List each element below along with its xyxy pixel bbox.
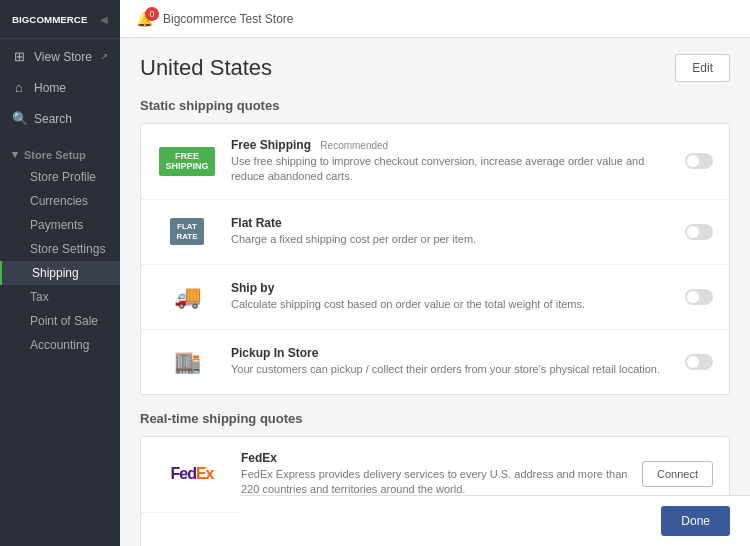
sidebar-item-label: Search bbox=[34, 112, 72, 126]
pickup-icon: 🏬 bbox=[174, 349, 201, 375]
done-button[interactable]: Done bbox=[661, 506, 730, 536]
topbar: 🔔 0 Bigcommerce Test Store bbox=[120, 0, 750, 38]
sidebar-item-payments[interactable]: Payments bbox=[0, 213, 120, 237]
main-content: 🔔 0 Bigcommerce Test Store United States… bbox=[120, 0, 750, 546]
ship-by-toggle[interactable] bbox=[685, 289, 713, 305]
free-shipping-name: Free Shipping Recommended bbox=[231, 138, 671, 152]
free-shipping-toggle[interactable] bbox=[685, 153, 713, 169]
realtime-section-title: Real-time shipping quotes bbox=[140, 411, 730, 426]
external-link-icon: ↗ bbox=[100, 51, 108, 62]
static-quotes-card: FREESHIPPING Free Shipping Recommended U… bbox=[140, 123, 730, 395]
content-area: United States Edit Static shipping quote… bbox=[120, 38, 750, 546]
free-shipping-logo-text: FREESHIPPING bbox=[159, 147, 214, 177]
sidebar-item-search[interactable]: 🔍 Search bbox=[0, 103, 120, 134]
sidebar-logo: BIGCOMMERCE ◀ bbox=[0, 0, 120, 39]
static-section-title: Static shipping quotes bbox=[140, 98, 730, 113]
pickup-name: Pickup In Store bbox=[231, 346, 671, 360]
search-icon: 🔍 bbox=[12, 111, 26, 126]
flat-rate-desc: Charge a fixed shipping cost per order o… bbox=[231, 232, 671, 247]
sidebar-collapse-icon[interactable]: ◀ bbox=[100, 14, 108, 25]
flat-rate-toggle[interactable] bbox=[685, 224, 713, 240]
sidebar-item-label: Home bbox=[34, 81, 66, 95]
ship-by-name: Ship by bbox=[231, 281, 671, 295]
sidebar-item-accounting[interactable]: Accounting bbox=[0, 333, 120, 357]
sidebar-item-home[interactable]: ⌂ Home bbox=[0, 72, 120, 103]
section-label: Store Setup bbox=[24, 149, 86, 161]
recommended-badge: Recommended bbox=[320, 140, 388, 151]
store-name: Bigcommerce Test Store bbox=[163, 12, 294, 26]
pickup-logo: 🏬 bbox=[157, 344, 217, 380]
ship-by-row: 🚚 Ship by Calculate shipping cost based … bbox=[141, 265, 729, 330]
sidebar-item-store-profile[interactable]: Store Profile bbox=[0, 165, 120, 189]
sidebar-item-shipping[interactable]: Shipping bbox=[0, 261, 120, 285]
fedex-logo: FedEx bbox=[170, 465, 213, 483]
fedex-name: FedEx bbox=[241, 451, 628, 465]
fedex-connect-button[interactable]: Connect bbox=[642, 461, 713, 487]
sidebar-item-point-of-sale[interactable]: Point of Sale bbox=[0, 309, 120, 333]
free-shipping-desc: Use free shipping to improve checkout co… bbox=[231, 154, 671, 185]
ship-by-desc: Calculate shipping cost based on order v… bbox=[231, 297, 671, 312]
chevron-icon: ▾ bbox=[12, 148, 18, 161]
fedex-info: FedEx FedEx Express provides delivery se… bbox=[241, 451, 628, 498]
sidebar: BIGCOMMERCE ◀ ⊞ View Store ↗ ⌂ Home 🔍 Se… bbox=[0, 0, 120, 546]
sidebar-item-view-store[interactable]: ⊞ View Store ↗ bbox=[0, 41, 120, 72]
notification-badge: 0 bbox=[145, 7, 159, 21]
edit-button[interactable]: Edit bbox=[675, 54, 730, 82]
flat-rate-row: FLATRATE Flat Rate Charge a fixed shippi… bbox=[141, 200, 729, 265]
page-title: United States bbox=[140, 55, 272, 81]
ups-logo-wrap: UPS bbox=[157, 540, 227, 546]
pickup-desc: Your customers can pickup / collect thei… bbox=[231, 362, 671, 377]
toggle-switch[interactable] bbox=[685, 153, 713, 169]
flat-rate-info: Flat Rate Charge a fixed shipping cost p… bbox=[231, 216, 671, 247]
flat-rate-logo-text: FLATRATE bbox=[170, 218, 203, 245]
page-header: United States Edit bbox=[140, 54, 730, 82]
home-icon: ⌂ bbox=[12, 80, 26, 95]
fedex-logo-wrap: FedEx bbox=[157, 456, 227, 492]
sidebar-item-store-settings[interactable]: Store Settings bbox=[0, 237, 120, 261]
toggle-switch[interactable] bbox=[685, 289, 713, 305]
svg-text:BIGCOMMERCE: BIGCOMMERCE bbox=[12, 14, 88, 25]
flat-rate-logo: FLATRATE bbox=[157, 214, 217, 250]
ship-by-icon: 🚚 bbox=[174, 284, 201, 310]
ship-by-info: Ship by Calculate shipping cost based on… bbox=[231, 281, 671, 312]
sidebar-item-label: View Store bbox=[34, 50, 92, 64]
bottom-bar: Done bbox=[240, 495, 750, 546]
fedex-desc: FedEx Express provides delivery services… bbox=[241, 467, 628, 498]
sidebar-item-tax[interactable]: Tax bbox=[0, 285, 120, 309]
flat-rate-name: Flat Rate bbox=[231, 216, 671, 230]
pickup-toggle[interactable] bbox=[685, 354, 713, 370]
pickup-row: 🏬 Pickup In Store Your customers can pic… bbox=[141, 330, 729, 394]
free-shipping-logo: FREESHIPPING bbox=[157, 143, 217, 179]
sidebar-section-header[interactable]: ▾ Store Setup bbox=[0, 140, 120, 165]
toggle-switch[interactable] bbox=[685, 224, 713, 240]
store-icon: ⊞ bbox=[12, 49, 26, 64]
sidebar-item-currencies[interactable]: Currencies bbox=[0, 189, 120, 213]
notification-bell-wrap: 🔔 0 bbox=[136, 11, 153, 27]
ship-by-logo: 🚚 bbox=[157, 279, 217, 315]
toggle-switch[interactable] bbox=[685, 354, 713, 370]
pickup-info: Pickup In Store Your customers can picku… bbox=[231, 346, 671, 377]
free-shipping-row: FREESHIPPING Free Shipping Recommended U… bbox=[141, 124, 729, 200]
sidebar-store-setup-section: ▾ Store Setup Store Profile Currencies P… bbox=[0, 140, 120, 357]
static-section: Static shipping quotes FREESHIPPING Free… bbox=[140, 98, 730, 395]
free-shipping-info: Free Shipping Recommended Use free shipp… bbox=[231, 138, 671, 185]
